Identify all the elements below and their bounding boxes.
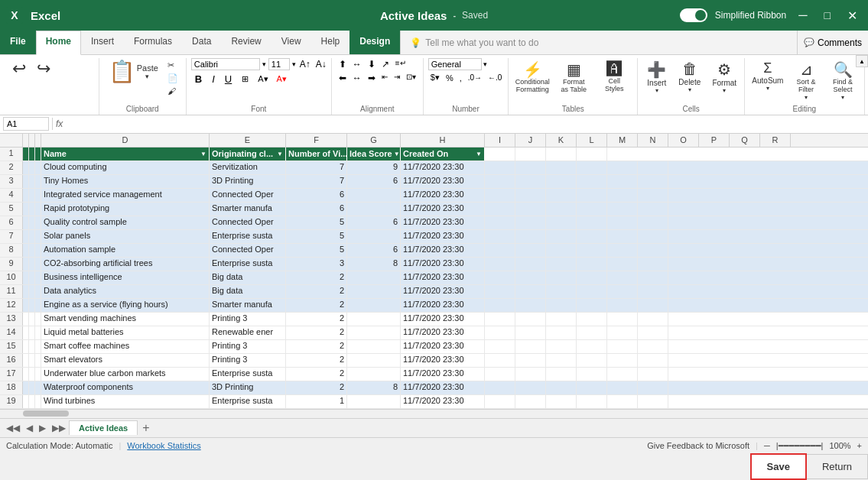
maximize-icon[interactable]: □ — [820, 9, 835, 21]
cell-E-14[interactable]: Renewable ener — [210, 326, 286, 339]
col-header-I[interactable]: I — [485, 134, 515, 147]
col-header-L[interactable]: L — [577, 134, 607, 147]
fill-color-button[interactable]: A▾ — [255, 73, 271, 85]
merge-center-button[interactable]: ⊡▾ — [404, 72, 418, 84]
zoom-slider[interactable]: |━━━━━━━━| — [776, 441, 824, 451]
undo-button[interactable]: ↩ — [8, 58, 31, 79]
col-header-H[interactable]: H — [401, 134, 485, 147]
cell-E-18[interactable]: 3D Printing — [210, 381, 286, 394]
table-row[interactable]: 11Data analyticsBig data211/7/2020 23:30 — [0, 285, 868, 299]
cell-G-15[interactable] — [347, 340, 401, 353]
cell-G-13[interactable] — [347, 313, 401, 326]
cell-E-6[interactable]: Connected Oper — [210, 216, 286, 229]
collapse-ribbon-button[interactable]: ▲ — [856, 55, 868, 67]
cell-F-2[interactable]: 7 — [286, 161, 347, 174]
delete-cells-button[interactable]: 🗑 Delete ▾ — [674, 58, 705, 96]
sheet-nav-next[interactable]: ▶ — [36, 423, 49, 433]
cell-E-9[interactable]: Enterprise susta — [210, 258, 286, 271]
cell-G-8[interactable]: 6 — [347, 244, 401, 257]
tab-insert[interactable]: Insert — [81, 31, 124, 54]
minimize-icon[interactable]: ─ — [794, 8, 811, 22]
align-center-button[interactable]: ↔ — [350, 72, 364, 84]
zoom-in-button[interactable]: + — [857, 441, 862, 450]
header-name[interactable]: Name ▼ — [41, 148, 210, 161]
cell-H-17[interactable]: 11/7/2020 23:30 — [401, 368, 485, 381]
tab-data[interactable]: Data — [182, 31, 221, 54]
cell-F-11[interactable]: 2 — [286, 285, 347, 298]
table-row[interactable]: 1 Name ▼ Originating cl... ▼ Number of V… — [0, 148, 868, 161]
table-row[interactable]: 18Waterproof components3D Printing2811/7… — [0, 381, 868, 395]
paste-button[interactable]: 📋 Paste ▾ — [104, 58, 163, 86]
underline-button[interactable]: U — [221, 72, 236, 86]
decimal-increase-button[interactable]: ←.0 — [486, 73, 504, 83]
table-row[interactable]: 16Smart elevatorsPrinting 3211/7/2020 23… — [0, 354, 868, 368]
cell-H-5[interactable]: 11/7/2020 23:30 — [401, 203, 485, 216]
format-cells-button[interactable]: ⚙ Format ▾ — [708, 58, 740, 96]
cell-H-7[interactable]: 11/7/2020 23:30 — [401, 230, 485, 243]
cell-G-11[interactable] — [347, 285, 401, 298]
header-numviews[interactable]: Number of Vi... ▼ — [286, 148, 347, 161]
cell-F-10[interactable]: 2 — [286, 271, 347, 284]
cell-G-10[interactable] — [347, 271, 401, 284]
sort-filter-button[interactable]: ⊿ Sort & Filter ▾ — [789, 58, 823, 103]
table-row[interactable]: 17Underwater blue carbon marketsEnterpri… — [0, 368, 868, 381]
cell-H-2[interactable]: 11/7/2020 23:30 — [401, 161, 485, 174]
feedback-text[interactable]: Give Feedback to Microsoft — [647, 441, 749, 450]
simplified-ribbon-toggle[interactable] — [680, 8, 707, 22]
return-button[interactable]: Return — [807, 454, 868, 479]
cell-H-11[interactable]: 11/7/2020 23:30 — [401, 285, 485, 298]
tab-help[interactable]: Help — [311, 31, 350, 54]
cell-G-16[interactable] — [347, 354, 401, 367]
italic-button[interactable]: I — [208, 72, 219, 86]
cut-button[interactable]: ✂ — [164, 60, 181, 71]
align-middle-button[interactable]: ↔ — [350, 58, 364, 70]
cell-H-3[interactable]: 11/7/2020 23:30 — [401, 175, 485, 188]
cell-D-6[interactable]: Quality control sample — [41, 216, 210, 229]
cell-H-10[interactable]: 11/7/2020 23:30 — [401, 271, 485, 284]
sheet-nav-last[interactable]: ▶▶ — [49, 423, 69, 433]
close-icon[interactable]: ✕ — [843, 8, 862, 23]
cell-F-18[interactable]: 2 — [286, 381, 347, 394]
cell-E-19[interactable]: Enterprise susta — [210, 395, 286, 408]
add-sheet-button[interactable]: + — [138, 421, 154, 435]
table-row[interactable]: 12Engine as a service (flying hours)Smar… — [0, 299, 868, 313]
cell-H-13[interactable]: 11/7/2020 23:30 — [401, 313, 485, 326]
header-ideascore[interactable]: Idea Score ▼ — [347, 148, 401, 161]
zoom-out-button[interactable]: ─ — [764, 441, 770, 450]
cell-E-17[interactable]: Enterprise susta — [210, 368, 286, 381]
cell-D-8[interactable]: Automation sample — [41, 244, 210, 257]
table-row[interactable]: 2Cloud computingServitization7911/7/2020… — [0, 161, 868, 175]
font-name-arrow[interactable]: ▾ — [262, 60, 266, 68]
font-size-input[interactable] — [268, 58, 290, 70]
cell-G-9[interactable]: 8 — [347, 258, 401, 271]
cell-H-6[interactable]: 11/7/2020 23:30 — [401, 216, 485, 229]
col-header-F[interactable]: F — [286, 134, 347, 147]
cell-G-3[interactable]: 6 — [347, 175, 401, 188]
border-button[interactable]: ⊞ — [238, 73, 252, 86]
cell-G-19[interactable] — [347, 395, 401, 408]
col-header-N[interactable]: N — [638, 134, 668, 147]
cell-G-12[interactable] — [347, 299, 401, 312]
cell-D-12[interactable]: Engine as a service (flying hours) — [41, 299, 210, 312]
bold-button[interactable]: B — [191, 72, 206, 86]
cell-D-2[interactable]: Cloud computing — [41, 161, 210, 174]
orientation-button[interactable]: ↗ — [379, 58, 392, 70]
col-header-E[interactable]: E — [210, 134, 286, 147]
comma-button[interactable]: , — [457, 73, 464, 83]
cell-D-4[interactable]: Integrated service management — [41, 189, 210, 202]
cell-H-14[interactable]: 11/7/2020 23:30 — [401, 326, 485, 339]
col-header-C[interactable] — [35, 134, 41, 147]
tab-home[interactable]: Home — [36, 31, 81, 55]
find-select-button[interactable]: 🔍 Find & Select ▾ — [826, 58, 860, 103]
font-name-input[interactable] — [191, 58, 260, 70]
cell-H-9[interactable]: 11/7/2020 23:30 — [401, 258, 485, 271]
percent-button[interactable]: % — [444, 73, 456, 83]
col-header-R[interactable]: R — [760, 134, 791, 147]
cell-D-3[interactable]: Tiny Homes — [41, 175, 210, 188]
cell-F-12[interactable]: 2 — [286, 299, 347, 312]
sheet-nav-first[interactable]: ◀◀ — [3, 423, 23, 433]
tab-file[interactable]: File — [0, 31, 36, 54]
redo-button[interactable]: ↪ — [32, 58, 55, 79]
format-painter-button[interactable]: 🖌 — [164, 86, 181, 96]
cell-G-14[interactable] — [347, 326, 401, 339]
